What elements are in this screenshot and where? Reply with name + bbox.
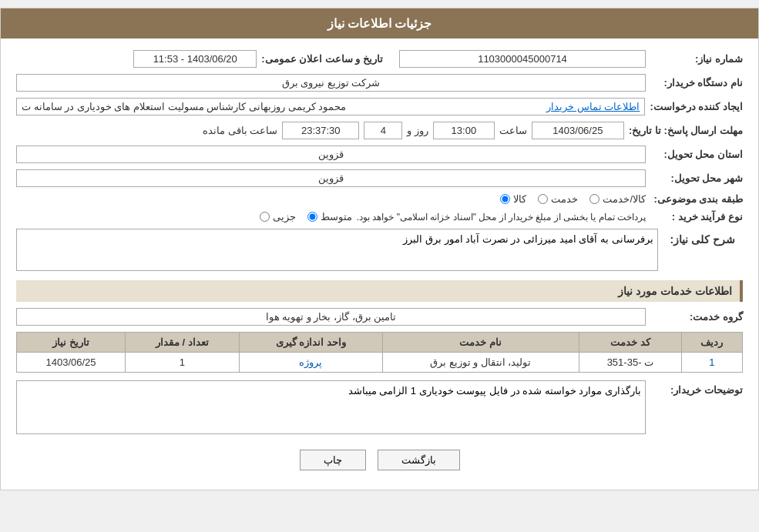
- service-group-value: تامین برق، گاز، بخار و تهویه هوا: [16, 308, 646, 326]
- cell-code: ت -35-351: [579, 353, 681, 373]
- buyer-org-value: شرکت توزیع نیروی برق: [16, 74, 646, 92]
- need-number-label: شماره نیاز:: [650, 53, 743, 65]
- city-row: شهر محل تحویل: قزوین: [16, 169, 743, 187]
- category-kala-label: کالا: [513, 193, 526, 205]
- category-kala-khedmat-label: کالا/خدمت: [603, 193, 646, 205]
- deadline-days: 4: [364, 122, 402, 139]
- services-section-header: اطلاعات خدمات مورد نیاز: [16, 280, 743, 302]
- announce-date-value: 1403/06/20 - 11:53: [133, 50, 257, 68]
- purchase-type-radio-group: متوسط جزیی: [260, 211, 352, 223]
- deadline-remaining-label: ساعت باقی مانده: [203, 125, 277, 136]
- creator-value: اطلاعات تماس خریدار محمود کریمی روزبهانی…: [16, 98, 645, 115]
- purchase-type-mutawasset[interactable]: متوسط: [307, 211, 352, 223]
- col-unit: واحد اندازه گیری: [239, 333, 382, 353]
- purchase-type-container: پرداخت تمام یا بخشی از مبلغ خریدار از مح…: [16, 211, 646, 223]
- category-option-kala-khedmat[interactable]: کالا/خدمت: [589, 193, 646, 205]
- back-button[interactable]: بازگشت: [378, 450, 460, 470]
- category-radio-group: کالا/خدمت خدمت کالا: [500, 193, 646, 205]
- table-row: 1 ت -35-351 تولید، انتقال و توزیع برق پر…: [17, 353, 743, 373]
- purchase-type-mutawasset-radio[interactable]: [307, 212, 317, 222]
- buyer-org-row: نام دستگاه خریدار: شرکت توزیع نیروی برق: [16, 74, 743, 92]
- deadline-row: مهلت ارسال پاسخ: تا تاریخ: 1403/06/25 سا…: [16, 122, 743, 139]
- need-description-textarea[interactable]: برفرسانی به آقای امید میرزائی در نصرت آب…: [16, 229, 658, 271]
- col-row-number: ردیف: [681, 333, 742, 353]
- need-description-label: شرح کلی نیاز:: [663, 229, 743, 250]
- print-button[interactable]: چاپ: [300, 450, 366, 470]
- buyer-desc-label: توضیحات خریدار:: [650, 380, 743, 396]
- province-label: استان محل تحویل:: [650, 149, 743, 160]
- purchase-type-label: نوع فرآیند خرید :: [650, 211, 743, 223]
- category-khedmat-label: خدمت: [551, 193, 578, 205]
- content-area: شماره نیاز: 1103000045000714 تاریخ و ساع…: [1, 38, 758, 490]
- table-header-row: ردیف کد خدمت نام خدمت واحد اندازه گیری ت…: [17, 333, 743, 353]
- purchase-type-description: پرداخت تمام یا بخشی از مبلغ خریدار از مح…: [357, 212, 646, 223]
- page-wrapper: جزئیات اطلاعات نیاز شماره نیاز: 11030000…: [0, 8, 759, 490]
- city-value: قزوین: [16, 169, 646, 187]
- deadline-label: مهلت ارسال پاسخ: تا تاریخ:: [629, 125, 743, 136]
- need-number-value: 1103000045000714: [399, 50, 646, 68]
- deadline-days-label: روز و: [407, 125, 428, 136]
- category-option-kala[interactable]: کالا: [500, 193, 526, 205]
- purchase-type-jozii-radio[interactable]: [260, 212, 270, 222]
- cell-date: 1403/06/25: [17, 353, 126, 373]
- col-code: کد خدمت: [579, 333, 681, 353]
- purchase-type-mutawasset-label: متوسط: [321, 211, 352, 223]
- cell-name: تولید، انتقال و توزیع برق: [382, 353, 579, 373]
- cell-count: 1: [126, 353, 240, 373]
- services-table: ردیف کد خدمت نام خدمت واحد اندازه گیری ت…: [16, 332, 743, 373]
- deadline-time-label: ساعت: [499, 125, 527, 136]
- city-label: شهر محل تحویل:: [650, 172, 743, 184]
- col-name: نام خدمت: [382, 333, 579, 353]
- category-kala-khedmat-radio[interactable]: [589, 194, 599, 204]
- category-khedmat-radio[interactable]: [538, 194, 548, 204]
- deadline-date: 1403/06/25: [532, 122, 624, 139]
- buyer-org-label: نام دستگاه خریدار:: [650, 77, 743, 89]
- page-title: جزئیات اطلاعات نیاز: [327, 17, 432, 30]
- cell-unit: پروژه: [239, 353, 382, 373]
- purchase-type-row: نوع فرآیند خرید : پرداخت تمام یا بخشی از…: [16, 211, 743, 223]
- need-number-row: شماره نیاز: 1103000045000714 تاریخ و ساع…: [16, 50, 743, 68]
- cell-row-number: 1: [681, 353, 742, 373]
- deadline-remaining: 23:37:30: [282, 122, 359, 139]
- deadline-time: 13:00: [433, 122, 495, 139]
- buttons-row: بازگشت چاپ: [16, 450, 743, 470]
- service-group-label: گروه خدمت:: [650, 311, 743, 323]
- need-description-row: شرح کلی نیاز: برفرسانی به آقای امید میرز…: [16, 229, 743, 271]
- announce-date-label: تاریخ و ساعت اعلان عمومی:: [261, 53, 383, 65]
- category-row: طبقه بندی موضوعی: کالا/خدمت خدمت کالا: [16, 193, 743, 205]
- service-group-row: گروه خدمت: تامین برق، گاز، بخار و تهویه …: [16, 308, 743, 326]
- category-option-khedmat[interactable]: خدمت: [538, 193, 578, 205]
- category-label: طبقه بندی موضوعی:: [650, 193, 743, 205]
- buyer-desc-row: توضیحات خریدار:: [16, 380, 743, 434]
- page-header: جزئیات اطلاعات نیاز: [1, 8, 758, 38]
- creator-text: محمود کریمی روزبهانی کارشناس مسولیت استع…: [22, 101, 346, 112]
- col-count: تعداد / مقدار: [126, 333, 240, 353]
- purchase-type-jozii[interactable]: جزیی: [260, 211, 296, 223]
- buyer-desc-textarea[interactable]: [16, 380, 646, 434]
- province-value: قزوین: [16, 146, 646, 163]
- col-date: تاریخ نیاز: [17, 333, 126, 353]
- creator-label: ایجاد کننده درخواست:: [650, 101, 743, 112]
- purchase-type-jozii-label: جزیی: [273, 211, 296, 223]
- creator-row: ایجاد کننده درخواست: اطلاعات تماس خریدار…: [16, 98, 743, 115]
- province-row: استان محل تحویل: قزوین: [16, 146, 743, 163]
- creator-link[interactable]: اطلاعات تماس خریدار: [546, 101, 640, 112]
- category-kala-radio[interactable]: [500, 194, 510, 204]
